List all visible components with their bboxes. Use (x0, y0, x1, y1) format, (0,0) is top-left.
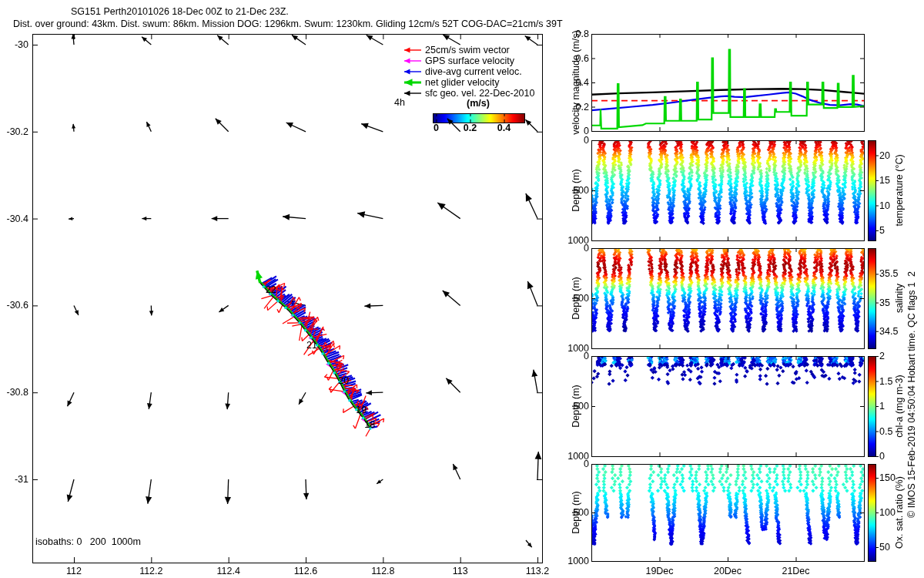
figure-title: SG151 Perth20101026 18-Dec 00Z to 21-Dec… (71, 7, 289, 17)
legend-duration-label: 4h (394, 98, 405, 108)
colorbar-title: Ox. sat. ratio (%) (895, 476, 905, 549)
colorbar-tick-label: 5 (879, 226, 885, 236)
map-ytick-label: -30.6 (0, 301, 28, 311)
colorbar-tick-label: 35.5 (879, 269, 898, 279)
panel-ytick-label: 0 (560, 244, 589, 254)
panel-ytick-label: 0.6 (560, 54, 589, 64)
panel-ytick-label: 0 (560, 136, 589, 146)
colorbar-tick-label: 35 (879, 298, 890, 308)
colorbar-tick-label: 34.5 (879, 327, 898, 337)
map-ytick-label: -30.8 (0, 388, 28, 398)
imos-watermark: © IMOS 15-Feb-2019 04:50:04 Hobart time.… (907, 271, 917, 518)
colorbar-tick-label: 20 (879, 151, 890, 161)
legend-colorbar-tick-label: 0 (434, 123, 439, 133)
map-ytick-label: -30.2 (0, 127, 28, 137)
colorbar-tick-label: 150 (879, 473, 896, 483)
time-xtick-label: 20Dec (714, 566, 742, 576)
figure-subtitle: Dist. over ground: 43km. Dist. swum: 86k… (13, 19, 563, 29)
map-xtick-label: 113 (453, 566, 468, 576)
colorbar-tick-label: 15 (879, 176, 890, 186)
legend-entry-label: GPS surface velocity (425, 56, 514, 66)
legend-entry-label: net glider velocity (425, 78, 500, 88)
map-xtick-label: 112.8 (371, 566, 394, 576)
map-xtick-label: 112 (66, 566, 82, 576)
track-day-label: 22 (266, 285, 276, 295)
colorbar-tick-label: 0 (879, 452, 885, 462)
map-ytick-label: -31 (0, 475, 28, 485)
panel-ytick-label: 0.2 (560, 102, 589, 113)
panel-ytick-label: 500 (560, 402, 589, 412)
colorbar-tick-label: 1.5 (879, 377, 892, 387)
panel-ytick-label: 0.4 (560, 78, 589, 88)
legend-colorbar-tick-label: 0.4 (497, 123, 511, 133)
panel-ytick-label: 1000 (560, 556, 589, 566)
colorbar-tick-label: 2 (879, 351, 885, 361)
track-day-label: 19 (356, 405, 367, 415)
legend-entry-label: dive-avg current veloc. (425, 67, 522, 77)
time-xtick-label: 19Dec (645, 566, 673, 576)
colorbar-tick-label: 100 (879, 508, 896, 518)
legend-entry-label: 25cm/s swim vector (425, 45, 510, 55)
colorbar-tick-label: 0.5 (879, 427, 892, 437)
map-ytick-label: -30 (0, 40, 28, 50)
isobaths-note: isobaths: 0 200 1000m (35, 537, 141, 547)
panel-ytick-label: 500 (560, 186, 589, 196)
legend-colorbar-tick-label: 0.2 (464, 123, 477, 133)
panel-ytick-label: 0.8 (560, 29, 589, 39)
time-xtick-label: 21Dec (782, 566, 809, 576)
track-day-label: 20 (338, 376, 349, 386)
panel-ytick-label: 0 (560, 351, 589, 361)
colorbar-tick-label: 50 (879, 543, 890, 553)
track-day-label: 18 (364, 420, 375, 430)
legend-colorbar-title: (m/s) (467, 99, 490, 109)
legend-entry-label: sfc geo. vel. 22-Dec-2010 (425, 89, 534, 99)
colorbar-tick-label: 1 (879, 402, 885, 412)
colorbar-title: chl-a (mg m-3) (895, 375, 905, 437)
panel-ytick-label: 500 (560, 294, 589, 304)
colorbar-title: temperature (°C) (895, 154, 905, 226)
map-xtick-label: 113.2 (526, 566, 549, 576)
colorbar-tick-label: 10 (879, 201, 890, 211)
figure-root: { "title": { "line1": "SG151 Perth201010… (0, 0, 924, 578)
track-day-label: 21 (306, 340, 317, 350)
colorbar-title: salinity (895, 284, 905, 313)
map-xtick-label: 112.6 (294, 566, 317, 576)
map-xtick-label: 112.2 (139, 566, 162, 576)
panel-ytick-label: 0 (560, 459, 589, 469)
map-xtick-label: 112.4 (216, 566, 239, 576)
map-ytick-label: -30.4 (0, 214, 28, 224)
panel-ytick-label: 500 (560, 508, 589, 518)
